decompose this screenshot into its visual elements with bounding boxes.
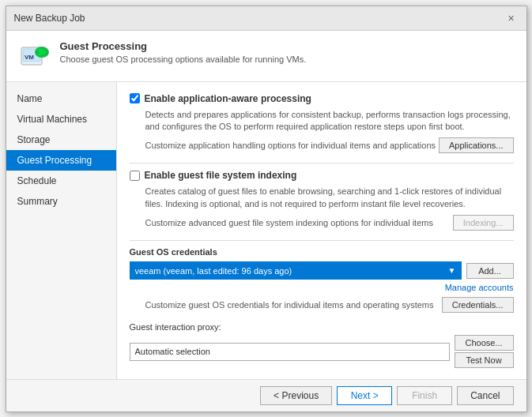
app-aware-customize-text: Customize application handling options f…: [145, 141, 440, 150]
proxy-row: Choose... Test Now: [130, 335, 514, 368]
dialog-title: New Backup Job: [14, 13, 85, 24]
sidebar-item-summary[interactable]: Summary: [6, 191, 116, 212]
file-indexing-checkbox[interactable]: [130, 171, 140, 181]
previous-button[interactable]: < Previous: [260, 386, 332, 405]
file-indexing-customize-text: Customize advanced guest file system ind…: [145, 218, 453, 227]
header-title: Guest Processing: [60, 40, 307, 52]
applications-button[interactable]: Applications...: [439, 137, 513, 153]
dropdown-arrow-icon: ▼: [448, 266, 456, 275]
manage-accounts-link[interactable]: Manage accounts: [130, 283, 514, 292]
footer: < Previous Next > Finish Cancel: [6, 379, 526, 411]
cancel-button[interactable]: Cancel: [457, 386, 513, 405]
sidebar-item-name[interactable]: Name: [6, 88, 116, 109]
app-aware-section: Enable application-aware processing Dete…: [130, 93, 514, 154]
credentials-label: Guest OS credentials: [130, 247, 514, 257]
finish-button[interactable]: Finish: [397, 386, 452, 405]
file-indexing-customize-row: Customize advanced guest file system ind…: [145, 215, 514, 231]
header-description: Choose guest OS processing options avail…: [60, 54, 307, 64]
sidebar-item-schedule[interactable]: Schedule: [6, 171, 116, 191]
file-indexing-section: Enable guest file system indexing Create…: [130, 170, 514, 231]
close-button[interactable]: ×: [504, 11, 519, 25]
app-aware-checkbox[interactable]: [130, 93, 140, 103]
main-panel: Enable application-aware processing Dete…: [117, 82, 526, 379]
credentials-button[interactable]: Credentials...: [442, 297, 514, 313]
choose-button[interactable]: Choose...: [455, 335, 514, 351]
credentials-customize-row: Customize guest OS credentials for indiv…: [145, 297, 514, 313]
app-aware-customize-row: Customize application handling options f…: [145, 137, 514, 153]
proxy-input[interactable]: [130, 343, 450, 361]
add-credential-button[interactable]: Add...: [466, 263, 514, 279]
credentials-customize-text: Customize guest OS credentials for indiv…: [145, 300, 442, 310]
sidebar-item-virtual-machines[interactable]: Virtual Machines: [6, 109, 116, 130]
credentials-section: Guest OS credentials veeam (veeam, last …: [130, 247, 514, 313]
divider-1: [130, 163, 514, 163]
header-area: VM Guest Processing Choose guest OS proc…: [6, 31, 526, 82]
header-icon: VM: [19, 40, 51, 72]
test-now-button[interactable]: Test Now: [455, 352, 514, 368]
proxy-label: Guest interaction proxy:: [130, 322, 514, 332]
header-text: Guest Processing Choose guest OS process…: [60, 40, 307, 64]
titlebar: New Backup Job ×: [6, 6, 526, 31]
file-indexing-label[interactable]: Enable guest file system indexing: [145, 170, 297, 181]
proxy-section: Guest interaction proxy: Choose... Test …: [130, 322, 514, 368]
app-aware-checkbox-row: Enable application-aware processing: [130, 93, 514, 104]
svg-text:VM: VM: [25, 54, 34, 61]
file-indexing-desc: Creates catalog of guest files to enable…: [145, 186, 514, 210]
credentials-select-row: veeam (veeam, last edited: 96 days ago) …: [130, 261, 514, 280]
file-indexing-checkbox-row: Enable guest file system indexing: [130, 170, 514, 181]
credentials-dropdown[interactable]: veeam (veeam, last edited: 96 days ago) …: [130, 261, 462, 280]
sidebar-item-guest-processing[interactable]: Guest Processing: [6, 150, 116, 171]
sidebar: Name Virtual Machines Storage Guest Proc…: [6, 82, 117, 379]
app-aware-label[interactable]: Enable application-aware processing: [145, 93, 311, 104]
dialog: New Backup Job × VM Guest Processing Cho…: [6, 6, 527, 412]
proxy-buttons: Choose... Test Now: [455, 335, 514, 368]
next-button[interactable]: Next >: [337, 386, 392, 405]
app-aware-desc: Detects and prepares applications for co…: [145, 109, 514, 133]
content-area: Name Virtual Machines Storage Guest Proc…: [6, 82, 526, 379]
credentials-dropdown-value: veeam (veeam, last edited: 96 days ago): [135, 266, 292, 276]
sidebar-item-storage[interactable]: Storage: [6, 130, 116, 150]
divider-2: [130, 240, 514, 241]
indexing-button[interactable]: Indexing...: [453, 215, 514, 231]
